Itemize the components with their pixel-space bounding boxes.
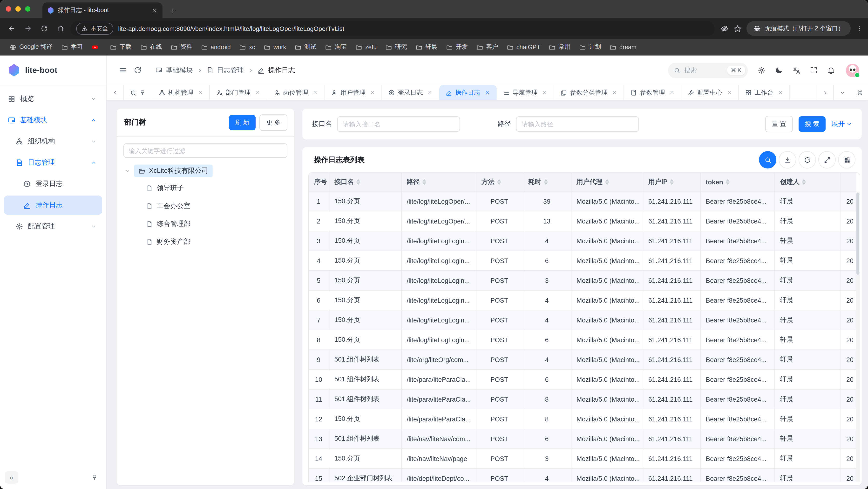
bookmark-item[interactable]: 资料 [167, 41, 196, 53]
page-tab[interactable]: 工作台 [739, 85, 790, 100]
new-tab-button[interactable] [169, 7, 177, 15]
fullscreen-icon[interactable] [810, 66, 818, 74]
tree-caret-icon[interactable] [123, 168, 131, 174]
pin-icon[interactable] [140, 89, 146, 95]
close-tab-icon[interactable] [778, 90, 783, 95]
expand-filters-link[interactable]: 展开 [831, 120, 852, 128]
table-row[interactable]: 14 150.分页 /lite/nav/liteNav/page POST 3 … [309, 449, 857, 468]
column-header[interactable]: 用户代理 [571, 173, 643, 192]
bookmark-item[interactable]: 研究 [381, 41, 411, 53]
tabs-scroll-right-icon[interactable] [816, 85, 833, 100]
sidebar-item[interactable]: 组织机构 [4, 132, 102, 151]
zoom-window-button[interactable] [25, 6, 30, 11]
tree-child-node[interactable]: 综合管理部 [123, 215, 287, 233]
table-refresh-button[interactable] [799, 151, 816, 169]
tree-child-node[interactable]: 财务资产部 [123, 233, 287, 251]
app-logo[interactable]: lite-boot [0, 56, 106, 85]
bookmark-item[interactable]: chatGPT [503, 42, 544, 52]
table-row[interactable]: 2 150.分页 /lite/log/liteLogOper/... POST … [309, 211, 857, 231]
table-search-button[interactable] [759, 151, 776, 169]
content-maximize-icon[interactable] [850, 85, 868, 100]
translate-icon[interactable] [792, 66, 801, 74]
table-row[interactable]: 5 150.分页 /lite/log/liteLogLogin... POST … [309, 270, 857, 290]
close-tab-icon[interactable] [727, 90, 732, 95]
home-icon[interactable] [54, 22, 67, 35]
table-row[interactable]: 13 501.组件树列表 /lite/nav/liteNav/com... PO… [309, 429, 857, 449]
page-tab[interactable]: 登录日志 [382, 85, 439, 100]
sort-carets-icon[interactable] [544, 179, 548, 185]
page-tab[interactable]: 参数分类管理 [554, 85, 624, 100]
page-tab[interactable]: 用户管理 [324, 85, 382, 100]
sort-carets-icon[interactable] [802, 179, 806, 185]
api-name-input[interactable] [337, 116, 460, 132]
bookmark-item[interactable]: 在线 [136, 41, 166, 53]
page-tab[interactable]: 配置中心 [681, 85, 739, 100]
eye-off-icon[interactable] [720, 24, 728, 33]
table-fullscreen-button[interactable] [818, 151, 836, 169]
bookmark-item[interactable]: 常用 [545, 41, 575, 53]
bookmark-item[interactable] [88, 42, 105, 52]
tree-filter-input[interactable] [123, 143, 287, 158]
path-input[interactable] [516, 116, 639, 132]
sort-carets-icon[interactable] [356, 179, 360, 185]
sidebar-item[interactable]: 概览 [4, 89, 102, 109]
sort-carets-icon[interactable] [605, 179, 609, 185]
bookmark-item[interactable]: 淘宝 [321, 41, 351, 53]
refresh-page-icon[interactable] [133, 66, 142, 74]
user-avatar[interactable] [846, 63, 859, 77]
column-header[interactable]: 方法 [476, 173, 523, 192]
scrollbar-thumb[interactable] [857, 193, 859, 275]
column-header[interactable] [840, 173, 857, 192]
bookmark-item[interactable]: android [197, 42, 235, 52]
table-row[interactable]: 11 501.组件树列表 /lite/para/liteParaCla... P… [309, 389, 857, 409]
pin-sidebar-icon[interactable] [88, 471, 101, 484]
close-tab-icon[interactable] [485, 90, 490, 95]
tabs-scroll-left-icon[interactable] [106, 85, 124, 100]
page-tab[interactable]: 操作日志 [439, 85, 497, 100]
page-tab[interactable]: 部门管理 [210, 85, 267, 100]
tree-child-node[interactable]: 领导班子 [123, 179, 287, 197]
bookmark-item[interactable]: 计划 [576, 41, 605, 53]
sort-carets-icon[interactable] [725, 179, 730, 185]
page-tab[interactable]: 参数管理 [624, 85, 681, 100]
bookmark-item[interactable]: Google 翻译 [6, 41, 56, 53]
sidebar-item[interactable]: 日志管理 [4, 153, 102, 172]
page-tab[interactable]: 导航管理 [497, 85, 554, 100]
sort-carets-icon[interactable] [497, 179, 501, 185]
column-header[interactable]: 用户IP [643, 173, 700, 192]
close-tab-icon[interactable] [612, 90, 617, 95]
close-tab-icon[interactable] [152, 7, 158, 13]
close-tab-icon[interactable] [370, 90, 375, 95]
tree-root-node[interactable]: XcLite科技有限公司 [123, 163, 287, 179]
bookmark-star-icon[interactable] [734, 24, 742, 33]
back-icon[interactable] [5, 22, 18, 35]
table-scrollbar[interactable] [856, 192, 860, 482]
table-row[interactable]: 4 150.分页 /lite/log/liteLogLogin... POST … [309, 251, 857, 270]
table-row[interactable]: 10 501.组件树列表 /lite/para/liteParaCla... P… [309, 370, 857, 389]
sidebar-item[interactable]: 基础模块 [4, 111, 102, 130]
close-tab-icon[interactable] [198, 90, 203, 95]
tree-root-selected[interactable]: XcLite科技有限公司 [134, 165, 213, 177]
browser-tab[interactable]: 操作日志 - lite-boot [42, 2, 162, 18]
sort-carets-icon[interactable] [422, 179, 426, 185]
notifications-bell-icon[interactable] [827, 66, 835, 74]
bookmark-item[interactable]: 开发 [442, 41, 472, 53]
bookmark-item[interactable]: xc [236, 42, 259, 52]
table-row[interactable]: 3 150.分页 /lite/log/liteLogLogin... POST … [309, 231, 857, 251]
tree-child-node[interactable]: 工会办公室 [123, 197, 287, 215]
reload-icon[interactable] [38, 22, 51, 35]
dark-mode-moon-icon[interactable] [775, 66, 783, 74]
table-row[interactable]: 8 150.分页 /lite/log/liteLogLogin... POST … [309, 330, 857, 350]
menu-fold-icon[interactable] [119, 66, 127, 74]
column-header[interactable]: 路径 [401, 173, 476, 192]
breadcrumb-item[interactable]: 基础模块 [155, 66, 193, 75]
sidebar-item[interactable]: 配置管理 [4, 217, 102, 236]
bookmark-item[interactable]: 测试 [291, 41, 320, 53]
page-tab[interactable]: 岗位管理 [267, 85, 324, 100]
minimize-window-button[interactable] [16, 6, 21, 11]
bookmark-item[interactable]: 客户 [472, 41, 502, 53]
table-row[interactable]: 12 150.分页 /lite/para/liteParaCla... POST… [309, 409, 857, 429]
close-tab-icon[interactable] [255, 90, 260, 95]
sidebar-item[interactable]: 操作日志 [4, 196, 102, 215]
security-chip[interactable]: 不安全 [76, 23, 113, 34]
